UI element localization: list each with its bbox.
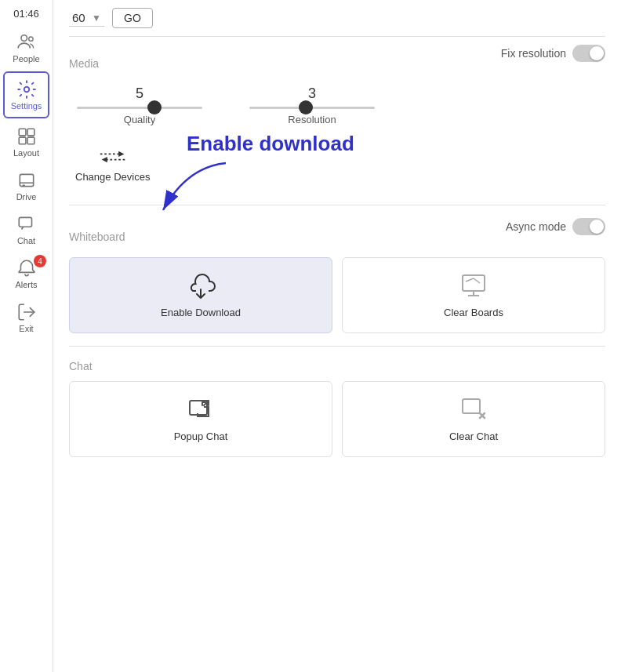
sidebar-item-settings[interactable]: Settings bbox=[3, 71, 49, 118]
fps-select[interactable]: 60 30 15 bbox=[69, 9, 104, 27]
layout-icon bbox=[16, 126, 37, 147]
change-devices-icon bbox=[99, 146, 127, 168]
fix-resolution-label: Fix resolution bbox=[501, 47, 566, 60]
async-mode-wrap: Async mode bbox=[506, 218, 605, 235]
svg-marker-13 bbox=[118, 151, 124, 157]
enable-download-label: Enable Download bbox=[161, 307, 241, 318]
sidebar-label-layout: Layout bbox=[13, 148, 39, 158]
clear-chat-icon bbox=[458, 396, 489, 424]
sidebar-item-alerts[interactable]: 4 Alerts bbox=[0, 252, 53, 296]
divider-2 bbox=[69, 346, 605, 347]
fix-resolution-wrap: Fix resolution bbox=[501, 45, 605, 62]
main-content: 60 30 15 ▼ GO Media Fix resolution 5 bbox=[53, 0, 621, 672]
whiteboard-header-row: Whiteboard Async mode bbox=[69, 218, 605, 251]
enable-download-btn[interactable]: Enable Download bbox=[69, 257, 332, 333]
svg-rect-7 bbox=[20, 174, 33, 186]
clear-boards-btn[interactable]: Clear Boards bbox=[342, 257, 605, 333]
svg-marker-14 bbox=[101, 157, 107, 162]
popup-chat-btn[interactable]: Popup Chat bbox=[69, 381, 332, 457]
svg-rect-3 bbox=[19, 129, 26, 136]
whiteboard-section-label: Whiteboard bbox=[69, 231, 125, 243]
sidebar-item-drive[interactable]: Drive bbox=[0, 164, 53, 208]
cloud-download-icon bbox=[185, 272, 216, 300]
chat-icon bbox=[16, 214, 37, 234]
svg-rect-4 bbox=[27, 129, 34, 136]
media-header-row: Media Fix resolution bbox=[69, 45, 605, 78]
sidebar-item-chat[interactable]: Chat bbox=[0, 208, 53, 252]
resolution-track[interactable] bbox=[249, 107, 375, 109]
toggle-knob-2 bbox=[590, 220, 604, 234]
whiteboard-btn-grid: Enable Download Clear Boards bbox=[69, 257, 605, 333]
svg-rect-5 bbox=[19, 137, 26, 144]
svg-line-19 bbox=[466, 278, 474, 282]
resolution-slider-group: 3 Resolution bbox=[242, 85, 383, 125]
gear-icon bbox=[16, 79, 37, 100]
async-mode-label: Async mode bbox=[506, 220, 566, 233]
popup-chat-icon bbox=[185, 396, 216, 424]
whiteboard-section: Whiteboard Async mode Enable Download bbox=[69, 218, 605, 333]
sidebar-label-chat: Chat bbox=[17, 236, 35, 245]
sidebar: 01:46 People Settings Layout bbox=[0, 0, 53, 672]
media-section-label: Media bbox=[69, 57, 99, 70]
async-mode-toggle[interactable] bbox=[572, 218, 605, 235]
svg-point-2 bbox=[24, 87, 29, 93]
divider-1 bbox=[69, 205, 605, 205]
people-icon bbox=[16, 32, 37, 53]
sidebar-label-people: People bbox=[13, 54, 39, 64]
quality-slider-group: 5 Quality bbox=[69, 85, 210, 125]
sidebar-item-layout[interactable]: Layout bbox=[0, 120, 53, 164]
time-display: 01:46 bbox=[13, 0, 39, 26]
sliders-row: 5 Quality 3 Resolution bbox=[69, 85, 605, 125]
resolution-thumb[interactable] bbox=[299, 100, 313, 114]
resolution-label: Resolution bbox=[288, 114, 336, 125]
sidebar-item-exit[interactable]: Exit bbox=[0, 296, 53, 340]
media-section: Media Fix resolution 5 Quality 3 bbox=[69, 45, 605, 192]
popup-chat-label: Popup Chat bbox=[174, 430, 228, 442]
change-devices-btn[interactable]: Change Devices bbox=[69, 140, 156, 189]
svg-line-20 bbox=[474, 278, 480, 283]
sidebar-item-people[interactable]: People bbox=[0, 26, 53, 70]
sidebar-label-alerts: Alerts bbox=[15, 280, 37, 289]
svg-rect-16 bbox=[463, 275, 485, 291]
go-button[interactable]: GO bbox=[112, 8, 153, 28]
chat-btn-grid: Popup Chat Clear Chat bbox=[69, 381, 605, 457]
sidebar-label-settings: Settings bbox=[11, 101, 42, 111]
quality-thumb[interactable] bbox=[147, 100, 162, 114]
quality-value: 5 bbox=[136, 85, 143, 102]
whiteboard-icon bbox=[458, 272, 489, 300]
svg-point-1 bbox=[28, 37, 32, 41]
clear-chat-btn[interactable]: Clear Chat bbox=[342, 381, 605, 457]
chat-section-label: Chat bbox=[69, 360, 93, 372]
fps-select-wrap: 60 30 15 ▼ bbox=[69, 9, 104, 27]
chat-section: Chat Popup Chat bbox=[69, 359, 605, 457]
clear-chat-label: Clear Chat bbox=[449, 430, 498, 442]
sidebar-label-exit: Exit bbox=[19, 324, 33, 333]
drive-icon bbox=[16, 170, 37, 191]
svg-rect-9 bbox=[22, 184, 24, 186]
quality-label: Quality bbox=[124, 114, 155, 125]
quality-track[interactable] bbox=[77, 107, 202, 109]
change-devices-label: Change Devices bbox=[75, 171, 150, 183]
clear-boards-label: Clear Boards bbox=[444, 307, 503, 318]
toggle-knob bbox=[590, 46, 604, 60]
top-bar: 60 30 15 ▼ GO bbox=[69, 0, 605, 37]
svg-rect-6 bbox=[27, 137, 34, 144]
svg-rect-23 bbox=[463, 399, 480, 413]
alerts-badge: 4 bbox=[34, 255, 46, 267]
exit-icon bbox=[16, 302, 37, 322]
resolution-value: 3 bbox=[308, 85, 316, 102]
svg-point-0 bbox=[20, 35, 27, 42]
fix-resolution-toggle[interactable] bbox=[572, 45, 605, 62]
sidebar-label-drive: Drive bbox=[16, 192, 37, 202]
svg-rect-10 bbox=[19, 217, 31, 227]
